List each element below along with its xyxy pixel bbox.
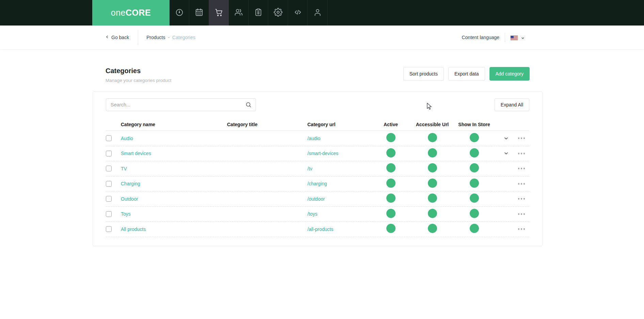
nav-item-customers[interactable] <box>229 0 248 26</box>
show-in-store-toggle[interactable] <box>470 224 479 233</box>
category-url-link[interactable]: /audio <box>307 136 375 141</box>
chevron-down-icon[interactable] <box>521 35 525 39</box>
cart-icon <box>214 8 223 18</box>
accessible-url-toggle[interactable] <box>428 224 437 233</box>
active-toggle[interactable] <box>386 209 396 218</box>
nav-item-settings[interactable] <box>268 0 288 26</box>
expand-all-button[interactable]: Expand All <box>495 98 529 111</box>
row-menu-button[interactable] <box>518 183 525 185</box>
table-row: Charging /charging <box>106 177 529 192</box>
table-row: Toys /toys <box>106 207 529 222</box>
row-checkbox[interactable] <box>106 196 112 202</box>
category-url-link[interactable]: /outdoor <box>307 196 375 202</box>
search-input[interactable] <box>106 98 256 111</box>
expand-row-chevron-icon[interactable] <box>503 151 514 156</box>
row-menu-button[interactable] <box>518 213 525 215</box>
main-content: Categories Manage your categories produc… <box>93 67 543 246</box>
app-logo[interactable]: oneCORE <box>92 0 170 26</box>
users-icon <box>234 8 243 18</box>
show-in-store-toggle[interactable] <box>470 209 479 218</box>
card-toolbar: Expand All <box>106 98 529 111</box>
col-active: Active <box>384 122 398 127</box>
breadcrumb-categories: Categories <box>172 35 195 40</box>
accessible-url-toggle[interactable] <box>428 133 437 142</box>
category-name-link[interactable]: Smart devices <box>121 151 227 156</box>
show-in-store-toggle[interactable] <box>470 179 479 188</box>
gear-icon <box>274 8 283 18</box>
row-checkbox[interactable] <box>106 151 112 156</box>
go-back-label: Go back <box>111 35 129 40</box>
breadcrumb-bar: Go back Products - Categories Content la… <box>0 26 644 49</box>
nav-item-account[interactable] <box>308 0 327 26</box>
row-checkbox[interactable] <box>106 135 112 141</box>
row-menu-button[interactable] <box>518 168 525 169</box>
nav-item-products[interactable] <box>209 0 229 26</box>
search-icon[interactable] <box>245 101 252 108</box>
row-checkbox[interactable] <box>106 226 112 232</box>
accessible-url-toggle[interactable] <box>428 163 437 172</box>
accessible-url-toggle[interactable] <box>428 209 437 218</box>
show-in-store-toggle[interactable] <box>470 163 479 172</box>
nav-items <box>170 0 327 26</box>
active-toggle[interactable] <box>386 224 396 233</box>
active-toggle[interactable] <box>386 163 396 172</box>
table-row: All products /all-products <box>106 222 529 237</box>
category-url-link[interactable]: /all-products <box>307 226 375 232</box>
row-menu-button[interactable] <box>518 198 525 200</box>
active-toggle[interactable] <box>386 194 396 203</box>
breadcrumb-products[interactable]: Products <box>146 35 165 40</box>
content-language-control: Content language <box>462 33 525 42</box>
table-row: Audio /audio <box>106 131 529 146</box>
expand-row-chevron-icon[interactable] <box>503 136 514 141</box>
categories-table: Category name Category title Category ur… <box>106 118 529 237</box>
category-name-link[interactable]: Toys <box>121 211 227 217</box>
export-data-button[interactable]: Export data <box>448 67 485 81</box>
chevron-left-icon <box>105 35 109 40</box>
show-in-store-toggle[interactable] <box>470 194 479 203</box>
nav-item-calendar[interactable] <box>189 0 209 26</box>
accessible-url-toggle[interactable] <box>428 148 437 157</box>
category-name-link[interactable]: Charging <box>121 181 227 186</box>
row-menu-button[interactable] <box>518 137 525 139</box>
clipboard-icon <box>254 8 263 18</box>
category-name-link[interactable]: TV <box>121 166 227 171</box>
nav-item-orders[interactable] <box>248 0 268 26</box>
col-category-title: Category title <box>227 122 307 127</box>
category-url-link[interactable]: /tv <box>307 166 375 171</box>
row-checkbox[interactable] <box>106 181 112 187</box>
logo-text-core: CORE <box>126 8 151 18</box>
search-box <box>106 98 256 111</box>
categories-card: Expand All Category name Category title … <box>93 91 543 246</box>
row-checkbox[interactable] <box>106 166 112 171</box>
col-category-name: Category name <box>121 122 227 127</box>
nav-item-dashboard[interactable] <box>170 0 189 26</box>
category-name-link[interactable]: Audio <box>121 136 227 141</box>
page-actions: Sort products Export data Add category <box>403 67 530 81</box>
table-row: Smart devices /smart-devices <box>106 146 529 162</box>
row-checkbox[interactable] <box>106 211 112 217</box>
add-category-button[interactable]: Add category <box>489 67 530 81</box>
show-in-store-toggle[interactable] <box>470 148 479 157</box>
accessible-url-toggle[interactable] <box>428 179 437 188</box>
active-toggle[interactable] <box>386 133 396 142</box>
category-url-link[interactable]: /charging <box>307 181 375 186</box>
active-toggle[interactable] <box>386 179 396 188</box>
active-toggle[interactable] <box>386 148 396 157</box>
table-header-row: Category name Category title Category ur… <box>106 118 529 131</box>
col-category-url: Category url <box>307 122 375 127</box>
category-url-link[interactable]: /smart-devices <box>307 151 375 156</box>
category-url-link[interactable]: /toys <box>307 211 375 217</box>
show-in-store-toggle[interactable] <box>470 133 479 142</box>
table-row: TV /tv <box>106 161 529 177</box>
us-flag-icon[interactable] <box>511 35 518 40</box>
go-back-button[interactable]: Go back <box>105 35 129 40</box>
accessible-url-toggle[interactable] <box>428 194 437 203</box>
nav-item-developer[interactable] <box>288 0 308 26</box>
row-menu-button[interactable] <box>518 153 525 154</box>
col-accessible-url: Accessible Url <box>416 122 449 127</box>
category-name-link[interactable]: All products <box>121 226 227 232</box>
category-name-link[interactable]: Outdoor <box>121 196 227 202</box>
sort-products-button[interactable]: Sort products <box>403 67 444 81</box>
top-nav: oneCORE <box>0 0 644 26</box>
row-menu-button[interactable] <box>518 228 525 230</box>
